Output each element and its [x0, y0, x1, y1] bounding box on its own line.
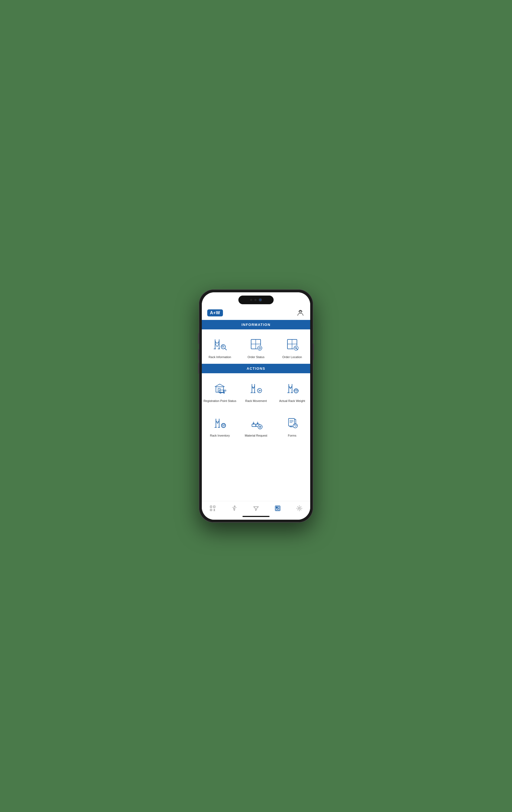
nav-lamp[interactable] — [228, 504, 240, 513]
rack-movement-label: Rack Movement — [245, 399, 267, 403]
rack-inventory-label: Rack Inventory — [210, 434, 230, 437]
settings-icon — [296, 505, 303, 512]
registration-point-status-label: Registration Point Status — [204, 399, 236, 403]
nav-settings[interactable] — [293, 504, 305, 513]
nav-scan[interactable] — [207, 504, 219, 513]
phone-screen: A+W INFORMATION — [202, 292, 310, 520]
svg-line-96 — [236, 507, 237, 508]
svg-rect-101 — [276, 509, 277, 510]
lamp-icon — [231, 505, 238, 512]
svg-rect-89 — [210, 509, 212, 511]
svg-rect-100 — [278, 507, 279, 508]
information-grid: Rack Information — [202, 329, 310, 364]
svg-point-103 — [299, 508, 300, 509]
order-status-icon — [247, 336, 265, 353]
svg-rect-88 — [213, 506, 215, 508]
rack-information-label: Rack Information — [209, 355, 231, 359]
registration-point-status-icon — [211, 379, 228, 397]
rack-information-item[interactable]: Rack Information — [202, 332, 238, 361]
svg-line-95 — [232, 507, 233, 508]
order-status-item[interactable]: Order Status — [238, 332, 274, 361]
order-location-icon — [284, 336, 301, 353]
svg-rect-99 — [276, 507, 277, 508]
rack-inventory-item[interactable]: Rack Inventory — [202, 411, 238, 440]
svg-point-18 — [258, 346, 262, 350]
svg-point-13 — [222, 346, 224, 347]
order-status-label: Order Status — [248, 355, 264, 359]
home-indicator — [202, 514, 310, 520]
scan-icon — [209, 505, 216, 512]
actions-grid-row2: Rack Inventory — [202, 408, 310, 442]
notch-dot-2 — [254, 299, 257, 301]
svg-point-45 — [258, 388, 262, 393]
svg-line-9 — [217, 344, 219, 347]
notch-camera — [259, 298, 262, 301]
rack-movement-icon — [247, 379, 265, 397]
svg-point-84 — [293, 424, 297, 428]
rack-nav-icon — [274, 505, 281, 512]
actual-rack-weight-label: Actual Rack Weight — [279, 399, 305, 403]
material-request-icon — [247, 414, 265, 431]
nav-rack[interactable] — [272, 504, 284, 513]
filter-icon — [253, 505, 259, 512]
order-location-item[interactable]: Order Location — [274, 332, 310, 361]
phone-frame: A+W INFORMATION — [199, 290, 313, 522]
nav-filter[interactable] — [250, 504, 262, 513]
svg-rect-102 — [278, 509, 279, 510]
user-profile-button[interactable] — [296, 309, 305, 317]
app-header: A+W — [202, 306, 310, 320]
notch-area — [202, 292, 310, 306]
bottom-nav — [202, 501, 310, 514]
order-location-label: Order Location — [282, 355, 302, 359]
svg-marker-34 — [224, 390, 226, 391]
home-bar — [242, 516, 270, 517]
content-spacer — [202, 442, 310, 501]
forms-icon — [284, 414, 301, 431]
actions-grid-row1: Registration Point Status — [202, 373, 310, 408]
svg-rect-70 — [252, 424, 256, 427]
rack-inventory-icon — [211, 414, 228, 431]
rack-movement-item[interactable]: Rack Movement — [238, 376, 274, 405]
svg-line-8 — [215, 344, 217, 347]
notch — [238, 296, 274, 304]
rack-information-icon — [211, 336, 228, 353]
svg-rect-87 — [210, 506, 212, 508]
forms-item[interactable]: Forms — [274, 411, 310, 440]
svg-rect-31 — [216, 387, 223, 392]
information-section-header: INFORMATION — [202, 320, 310, 329]
material-request-label: Material Request — [245, 434, 267, 437]
forms-label: Forms — [288, 434, 296, 437]
svg-line-12 — [225, 348, 226, 350]
app-logo: A+W — [207, 309, 223, 316]
actual-rack-weight-icon — [284, 379, 301, 397]
material-request-item[interactable]: Material Request — [238, 411, 274, 440]
actual-rack-weight-item[interactable]: Actual Rack Weight — [274, 376, 310, 405]
notch-dot-1 — [250, 299, 252, 301]
actions-section-header: ACTIONS — [202, 364, 310, 373]
registration-point-status-item[interactable]: Registration Point Status — [202, 376, 238, 405]
